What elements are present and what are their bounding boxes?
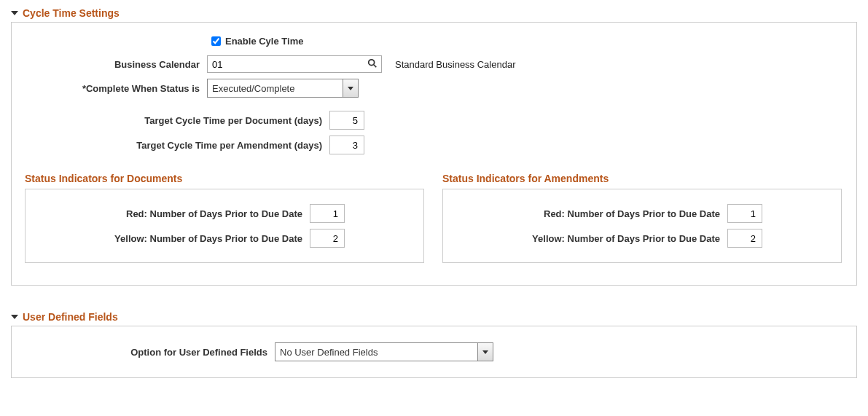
business-calendar-input[interactable]: [207, 55, 382, 73]
calendar-description: Standard Business Calendar: [395, 59, 516, 70]
docs-indicator-title: Status Indicators for Documents: [25, 173, 424, 184]
target-doc-label: Target Cycle Time per Document (days): [25, 115, 329, 126]
doc-red-label: Red: Number of Days Prior to Due Date: [33, 208, 310, 219]
amend-yellow-input[interactable]: [727, 229, 762, 248]
enable-cycle-checkbox[interactable]: [211, 36, 221, 46]
section-title-udf: User Defined Fields: [23, 311, 118, 323]
doc-yellow-input[interactable]: [310, 229, 345, 248]
udf-box: Option for User Defined Fields No User D…: [11, 326, 857, 378]
amend-indicator-title: Status Indicators for Amendments: [442, 173, 842, 184]
section-title-cycle: Cycle Time Settings: [23, 7, 120, 19]
svg-point-0: [369, 60, 375, 66]
section-header-udf[interactable]: User Defined Fields: [11, 311, 857, 323]
dropdown-icon: [343, 79, 358, 97]
docs-indicator-box: Red: Number of Days Prior to Due Date Ye…: [25, 189, 424, 263]
cycle-time-box: Enable Cyle Time Business Calendar Stand…: [11, 22, 857, 286]
section-header-cycle[interactable]: Cycle Time Settings: [11, 7, 857, 19]
complete-status-label: *Complete When Status is: [25, 83, 207, 94]
amend-red-label: Red: Number of Days Prior to Due Date: [450, 208, 727, 219]
doc-yellow-label: Yellow: Number of Days Prior to Due Date: [33, 233, 310, 244]
enable-cycle-label[interactable]: Enable Cyle Time: [225, 36, 303, 47]
dropdown-icon: [477, 343, 493, 361]
udf-option-value: No User Defined Fields: [275, 347, 378, 358]
target-amend-label: Target Cycle Time per Amendment (days): [25, 140, 329, 151]
target-amend-input[interactable]: [329, 136, 364, 154]
udf-option-label: Option for User Defined Fields: [25, 347, 275, 358]
complete-status-value: Executed/Complete: [208, 83, 294, 94]
svg-line-1: [374, 65, 377, 68]
target-doc-input[interactable]: [329, 111, 364, 130]
collapse-icon: [11, 315, 18, 319]
amend-indicator-box: Red: Number of Days Prior to Due Date Ye…: [442, 189, 842, 263]
amend-red-input[interactable]: [727, 204, 762, 223]
business-calendar-label: Business Calendar: [25, 59, 207, 70]
collapse-icon: [11, 11, 18, 15]
complete-status-select[interactable]: Executed/Complete: [207, 79, 359, 98]
udf-option-select[interactable]: No User Defined Fields: [275, 342, 493, 361]
amend-yellow-label: Yellow: Number of Days Prior to Due Date: [450, 233, 727, 244]
doc-red-input[interactable]: [310, 204, 345, 223]
lookup-icon[interactable]: [367, 58, 378, 71]
